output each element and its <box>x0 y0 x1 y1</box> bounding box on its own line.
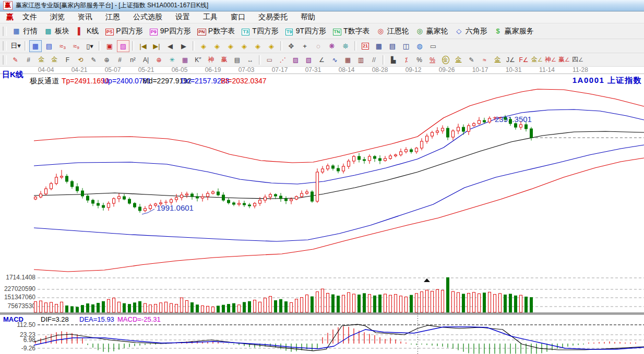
save-button[interactable]: ◫ <box>400 40 412 52</box>
winner-wheel-icon: ◎ <box>415 27 424 35</box>
percent-slant-tool[interactable]: ⁒ <box>400 54 412 65</box>
diamond-star-button[interactable]: ◈ <box>252 40 264 52</box>
menu-item-交易委托[interactable]: 交易委托 <box>258 13 288 22</box>
ruler-tool[interactable]: ▤ <box>231 54 243 65</box>
dense-grid-tool[interactable]: ▦ <box>342 54 354 65</box>
menu-item-江恩[interactable]: 江恩 <box>105 13 120 22</box>
menu-item-公式选股[interactable]: 公式选股 <box>133 13 162 22</box>
gold-line-tool[interactable]: 金 <box>452 54 464 65</box>
box-select-tool[interactable]: ▭ <box>264 54 276 65</box>
diamond-prev-button[interactable]: ◈ <box>197 40 210 52</box>
wave9-button[interactable]: ≈₉ <box>70 40 82 52</box>
web-button[interactable]: ◍ <box>413 40 426 52</box>
print-button[interactable]: ▭ <box>427 40 439 52</box>
menu-item-窗口[interactable]: 窗口 <box>231 13 245 22</box>
angle-line-tool[interactable]: ∠ <box>316 54 328 65</box>
box-fan-tool[interactable]: ▨ <box>290 54 302 65</box>
winner-wheel-button[interactable]: ◎赢家轮 <box>412 26 451 37</box>
level-bars-tool[interactable]: ▙ <box>387 54 399 65</box>
pencil-red-tool[interactable]: ✎ <box>9 54 21 65</box>
crosshair-button[interactable]: + <box>299 40 311 52</box>
main-chart[interactable]: 04-0404-2105-0705-2106-0506-1907-0307-17… <box>0 67 644 354</box>
hexagon-button[interactable]: ◇六角形 <box>451 26 491 37</box>
nav-last-button[interactable]: ▶| <box>150 40 163 52</box>
gann-wheel-button[interactable]: ◎江恩轮 <box>373 26 412 37</box>
gann-circle-tool[interactable]: ⊕ <box>101 54 113 65</box>
candle-style-dropdown[interactable]: ▯▾ <box>84 40 96 52</box>
calendar-button[interactable]: 21 <box>359 40 372 52</box>
pencil-mark-tool[interactable]: ✎ <box>466 54 478 65</box>
period-day-dropdown[interactable]: 日▾ <box>9 40 22 52</box>
mirror-tool[interactable]: A| <box>140 54 152 65</box>
zoom-button[interactable]: ◌ <box>312 40 325 52</box>
spiral-tool[interactable]: ⟲ <box>75 54 87 65</box>
gold-circle-tool[interactable]: 金 <box>439 54 451 65</box>
percent-line-tool[interactable]: % <box>426 54 438 65</box>
calculator-button[interactable]: ▦ <box>373 40 385 52</box>
toolbar-grip[interactable] <box>3 55 7 65</box>
toolbar-grip[interactable] <box>3 27 7 36</box>
9p-square-button[interactable]: P99P四方形 <box>146 26 194 37</box>
dense-grid2-tool[interactable]: ▥ <box>355 54 367 65</box>
grid-tool[interactable]: # <box>22 54 34 65</box>
toolbar-grip[interactable] <box>3 41 7 51</box>
n-square-tool[interactable]: n² <box>127 54 139 65</box>
menu-item-帮助[interactable]: 帮助 <box>301 13 315 22</box>
t-number-button[interactable]: TNT数字表 <box>329 26 373 37</box>
box-shade-tool[interactable]: ▧ <box>303 54 315 65</box>
target-tool[interactable]: ⊕ <box>153 54 165 65</box>
info-panel-button[interactable]: ▤ <box>43 40 55 52</box>
chart-layout-button[interactable]: ▦ <box>29 40 42 52</box>
angle-j-tool[interactable]: J∠ <box>505 54 517 65</box>
pattern-color-button[interactable]: ▨ <box>117 40 129 52</box>
9t-square-button[interactable]: T99T四方形 <box>282 26 329 37</box>
menu-item-文件[interactable]: 文件 <box>22 13 37 22</box>
analysis-purple-button[interactable]: ❋ <box>326 40 338 52</box>
angle-f-tool[interactable]: F∠ <box>518 54 530 65</box>
fan-lines-tool[interactable]: ⋰ <box>277 54 289 65</box>
grid-lines-tool[interactable]: # <box>114 54 126 65</box>
fibonacci-tool[interactable]: F <box>62 54 74 65</box>
golden-box-tool[interactable]: 金 <box>49 54 61 65</box>
nav-next-button[interactable]: ▶ <box>177 40 190 52</box>
wave-line-tool[interactable]: ∿ <box>329 54 341 65</box>
t-square-button[interactable]: T3T四方形 <box>238 26 282 37</box>
analysis-teal-button[interactable]: ❊ <box>339 40 352 52</box>
pattern-mono-button[interactable]: ▣ <box>103 40 116 52</box>
percent-tool[interactable]: % <box>413 54 425 65</box>
menu-item-资讯[interactable]: 资讯 <box>78 13 92 22</box>
golden-section-tool[interactable]: 金 <box>35 54 47 65</box>
ying-tool[interactable]: 赢 <box>218 54 230 65</box>
wave3-button[interactable]: ≈₃ <box>56 40 69 52</box>
nav-prev-button[interactable]: ◀ <box>164 40 176 52</box>
measure-pencil-tool[interactable]: ✎ <box>88 54 100 65</box>
diamond-all-button[interactable]: ◈ <box>265 40 278 52</box>
kline-button[interactable]: ▌K线 <box>73 26 102 37</box>
p-number-button[interactable]: PNP数字表 <box>194 26 238 37</box>
winner-service-button[interactable]: $赢家服务 <box>491 26 537 37</box>
hatch-tool[interactable]: // <box>368 54 380 65</box>
diamond-cross-button[interactable]: ◈ <box>238 40 251 52</box>
shen-tool[interactable]: 神 <box>205 54 217 65</box>
angle-si-tool[interactable]: 四∠ <box>571 54 584 65</box>
notes-button[interactable]: ▤ <box>386 40 399 52</box>
waves-tool[interactable]: ≈ <box>479 54 491 65</box>
angle-ying-tool[interactable]: 赢∠ <box>558 54 570 65</box>
menu-item-浏览[interactable]: 浏览 <box>50 13 65 22</box>
gold-under-tool[interactable]: 金 <box>492 54 504 65</box>
sectors-button[interactable]: ▩板块 <box>41 26 73 37</box>
angle-gold-tool[interactable]: 金∠ <box>531 54 543 65</box>
width-measure-tool[interactable]: ↔ <box>244 54 256 65</box>
menu-item-工具[interactable]: 工具 <box>203 13 218 22</box>
angle-shen-tool[interactable]: 神∠ <box>544 54 557 65</box>
diamond-next-button[interactable]: ◈ <box>211 40 223 52</box>
diamond-expand-button[interactable]: ◈ <box>224 40 237 52</box>
nav-first-button[interactable]: |◀ <box>137 40 149 52</box>
kline-mark-tool[interactable]: K″ <box>192 54 204 65</box>
quotes-button[interactable]: ▦行情 <box>9 26 41 37</box>
p-square-button[interactable]: PSP四方形 <box>102 26 146 37</box>
web-fan-tool[interactable]: ✳ <box>166 54 178 65</box>
hand-tool-button[interactable]: ✥ <box>285 40 297 52</box>
menu-item-设置[interactable]: 设置 <box>175 13 190 22</box>
grid-box-tool[interactable]: ▦ <box>179 54 191 65</box>
